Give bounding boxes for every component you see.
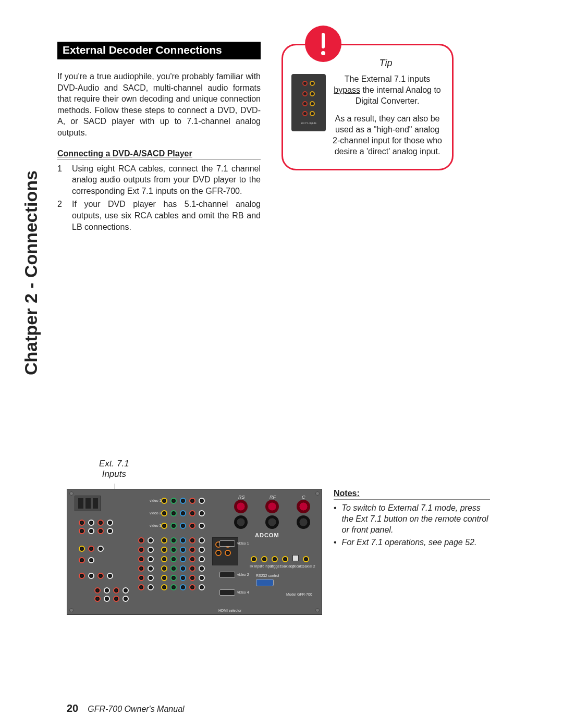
tip-callout: Tip ext 7.1 inputs The External 7.1 inpu… — [282, 44, 454, 170]
steps-list: 1Using eight RCA cables, connect the 7.1… — [57, 163, 261, 233]
binding-post — [297, 515, 310, 529]
note-item: For Ext 7.1 operations, see page 52. — [334, 537, 490, 548]
step-text: Using eight RCA cables, connect the 7.1 … — [72, 163, 261, 197]
exclamation-icon — [305, 26, 341, 62]
binding-post — [265, 515, 279, 529]
subsection-header: Connecting a DVD-A/SACD Player — [57, 149, 261, 160]
notes-section: Notes: To switch to External 7.1 mode, p… — [334, 489, 490, 550]
panel-label: video 2 — [237, 573, 249, 576]
hdmi-port — [219, 589, 235, 596]
optical-port — [292, 555, 299, 561]
binding-post — [297, 500, 310, 513]
panel-label: video 3 — [150, 524, 162, 527]
ext-inputs-label: Ext. 7.1 Inputs — [99, 459, 129, 480]
tip-text: The External 7.1 inputs bypass the inter… — [331, 74, 444, 157]
chapter-side-label: Chatper 2 - Connections — [21, 170, 41, 375]
intro-paragraph: If you're a true audiophile, you're prob… — [57, 71, 261, 139]
binding-post — [234, 500, 248, 513]
hdmi-port — [219, 540, 235, 547]
panel-label: HDMI selector — [218, 609, 241, 612]
svg-point-1 — [321, 51, 325, 55]
panel-label: video 1 — [150, 499, 162, 502]
note-item: To switch to External 7.1 mode, press th… — [334, 503, 490, 535]
section-header: External Decoder Connections — [57, 42, 261, 59]
panel-label: Model GFR-700 — [286, 593, 312, 596]
page-footer: 20 GFR-700 Owner's Manual — [67, 702, 185, 714]
rear-panel-diagram: video 1 video 2 video 3 — [67, 489, 322, 615]
binding-post — [234, 515, 248, 529]
step-text: If your DVD player has 5.1-channel analo… — [72, 199, 261, 232]
dip-switch-block — [75, 496, 101, 511]
panel-label: C — [302, 495, 305, 500]
step-item: 2If your DVD player has 5.1-channel anal… — [57, 199, 261, 232]
panel-label: trigger — [271, 564, 281, 568]
page-number: 20 — [67, 702, 78, 714]
hdmi-port — [219, 572, 235, 578]
brand-logo: ADCOM — [255, 532, 279, 538]
panel-label: RS232 control — [256, 574, 279, 577]
tip-thumbnail: ext 7.1 inputs — [291, 74, 326, 131]
ext-71-inputs — [94, 587, 129, 602]
tip-thumb-label: ext 7.1 inputs — [301, 121, 316, 125]
step-item: 1Using eight RCA cables, connect the 7.1… — [57, 163, 261, 197]
panel-label: video 4 — [237, 590, 249, 594]
panel-label: video 2 — [150, 511, 162, 515]
footer-text: GFR-700 Owner's Manual — [88, 705, 184, 714]
panel-label: RF — [270, 495, 276, 500]
notes-header: Notes: — [334, 489, 490, 500]
binding-post — [265, 500, 279, 513]
panel-label: coaxial 2 — [301, 564, 315, 568]
panel-label: video 1 — [237, 541, 249, 545]
vga-port — [256, 579, 274, 586]
panel-label: RS — [238, 495, 245, 500]
svg-rect-0 — [322, 33, 325, 48]
